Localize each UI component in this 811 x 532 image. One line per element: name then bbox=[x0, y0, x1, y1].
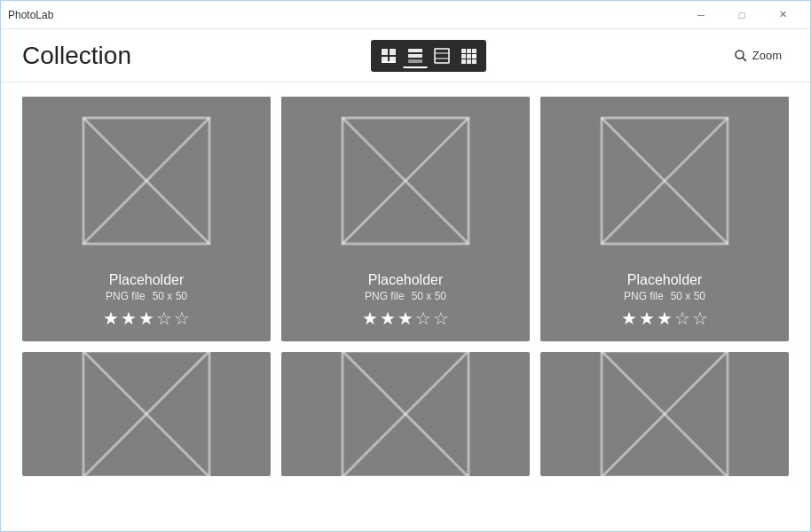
star-icon: ★ bbox=[138, 308, 154, 329]
card-name: Placeholder bbox=[103, 272, 190, 288]
view-switcher bbox=[371, 40, 486, 72]
card-info: PlaceholderPNG file50 x 50★★★☆☆ bbox=[99, 265, 193, 331]
star-icon: ★ bbox=[121, 308, 137, 329]
svg-rect-17 bbox=[461, 59, 466, 64]
star-icon: ★ bbox=[621, 308, 637, 329]
card-meta: PNG file50 x 50 bbox=[103, 290, 190, 302]
view-list-icon bbox=[407, 47, 423, 63]
window-controls: ─ □ ✕ bbox=[681, 1, 803, 29]
placeholder-image-icon bbox=[598, 114, 731, 247]
placeholder-image-icon bbox=[339, 114, 472, 247]
star-icon: ☆ bbox=[674, 308, 690, 329]
svg-line-21 bbox=[743, 57, 746, 60]
card-info: PlaceholderPNG file50 x 50★★★☆☆ bbox=[618, 265, 712, 331]
star-icon: ★ bbox=[657, 308, 673, 329]
card-image bbox=[281, 97, 530, 265]
card-image bbox=[22, 352, 271, 476]
photo-card[interactable] bbox=[281, 352, 530, 476]
svg-rect-16 bbox=[472, 54, 476, 59]
card-type: PNG file bbox=[106, 290, 146, 302]
app-window: PhotoLab ─ □ ✕ Collection bbox=[0, 0, 811, 532]
main-toolbar: Collection bbox=[1, 29, 810, 82]
photo-card[interactable]: PlaceholderPNG file50 x 50★★★☆☆ bbox=[22, 97, 271, 341]
card-stars: ★★★☆☆ bbox=[621, 308, 708, 329]
search-zoom-button[interactable]: Zoom bbox=[726, 44, 789, 67]
page-title: Collection bbox=[22, 42, 131, 70]
card-type: PNG file bbox=[365, 290, 405, 302]
card-info: PlaceholderPNG file50 x 50★★★☆☆ bbox=[358, 265, 453, 331]
view-grid-icon bbox=[381, 48, 397, 64]
card-image bbox=[540, 97, 789, 265]
card-image bbox=[281, 352, 530, 476]
photo-card[interactable]: PlaceholderPNG file50 x 50★★★☆☆ bbox=[281, 97, 530, 341]
toolbar-right: Zoom bbox=[726, 44, 789, 67]
close-button[interactable]: ✕ bbox=[762, 1, 803, 29]
photo-grid: PlaceholderPNG file50 x 50★★★☆☆ Placehol… bbox=[22, 97, 789, 476]
star-icon: ★ bbox=[362, 308, 378, 329]
card-stars: ★★★☆☆ bbox=[362, 308, 449, 329]
search-icon bbox=[733, 48, 749, 64]
svg-rect-15 bbox=[467, 54, 471, 59]
svg-rect-6 bbox=[408, 54, 422, 58]
card-meta: PNG file50 x 50 bbox=[362, 290, 449, 302]
minimize-icon: ─ bbox=[697, 10, 705, 20]
maximize-button[interactable]: □ bbox=[721, 1, 762, 29]
card-image bbox=[22, 97, 271, 265]
zoom-label: Zoom bbox=[752, 49, 782, 62]
minimize-button[interactable]: ─ bbox=[681, 1, 721, 29]
card-dimensions: 50 x 50 bbox=[412, 290, 446, 302]
svg-rect-1 bbox=[390, 49, 396, 55]
star-icon: ☆ bbox=[415, 308, 431, 329]
star-icon: ☆ bbox=[156, 308, 172, 329]
svg-rect-5 bbox=[408, 49, 422, 52]
card-stars: ★★★☆☆ bbox=[103, 308, 190, 329]
view-detail-button[interactable] bbox=[429, 43, 454, 68]
photo-card[interactable] bbox=[540, 352, 789, 476]
app-title: PhotoLab bbox=[8, 9, 53, 21]
placeholder-image-icon bbox=[80, 352, 213, 476]
star-icon: ★ bbox=[639, 308, 655, 329]
view-switcher-group bbox=[371, 40, 486, 72]
card-name: Placeholder bbox=[362, 272, 449, 288]
view-detail-icon bbox=[434, 48, 450, 64]
svg-rect-0 bbox=[382, 49, 388, 55]
maximize-icon: □ bbox=[739, 10, 745, 20]
placeholder-image-icon bbox=[598, 352, 731, 476]
photo-card[interactable] bbox=[22, 352, 271, 476]
photo-card[interactable]: PlaceholderPNG file50 x 50★★★☆☆ bbox=[540, 97, 789, 341]
star-icon: ☆ bbox=[174, 308, 190, 329]
view-grid-button[interactable] bbox=[376, 43, 401, 68]
star-icon: ★ bbox=[398, 308, 413, 329]
close-icon: ✕ bbox=[779, 9, 787, 20]
titlebar: PhotoLab ─ □ ✕ bbox=[1, 1, 810, 29]
svg-rect-12 bbox=[467, 49, 471, 53]
card-type: PNG file bbox=[624, 290, 664, 302]
view-large-grid-button[interactable] bbox=[456, 43, 481, 68]
svg-rect-18 bbox=[467, 59, 471, 64]
svg-rect-11 bbox=[461, 49, 466, 53]
view-list-button[interactable] bbox=[403, 43, 428, 68]
svg-rect-13 bbox=[472, 49, 476, 53]
svg-point-20 bbox=[736, 51, 744, 59]
svg-rect-8 bbox=[435, 49, 449, 63]
star-icon: ★ bbox=[380, 308, 396, 329]
card-name: Placeholder bbox=[621, 272, 708, 288]
svg-rect-14 bbox=[461, 54, 466, 59]
star-icon: ☆ bbox=[692, 308, 708, 329]
card-image bbox=[540, 352, 789, 476]
svg-rect-7 bbox=[408, 59, 422, 63]
card-meta: PNG file50 x 50 bbox=[621, 290, 708, 302]
card-dimensions: 50 x 50 bbox=[153, 290, 187, 302]
content-area: PlaceholderPNG file50 x 50★★★☆☆ Placehol… bbox=[1, 82, 810, 531]
placeholder-image-icon bbox=[339, 352, 472, 476]
star-icon: ★ bbox=[103, 308, 119, 329]
card-dimensions: 50 x 50 bbox=[671, 290, 705, 302]
star-icon: ☆ bbox=[433, 308, 449, 329]
view-large-grid-icon bbox=[461, 48, 476, 64]
placeholder-image-icon bbox=[80, 114, 213, 247]
svg-rect-19 bbox=[472, 59, 476, 64]
